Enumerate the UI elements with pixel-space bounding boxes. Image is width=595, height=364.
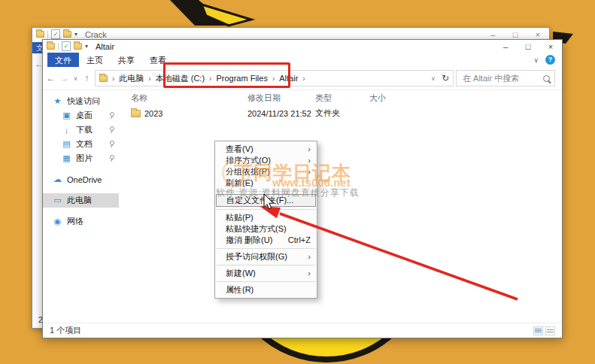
sidebar-label: 图片: [76, 153, 93, 164]
folder-icon: [47, 43, 55, 50]
sidebar-label: 此电脑: [67, 195, 92, 206]
window-title: Altair: [96, 42, 114, 51]
menu-item-group-by[interactable]: 分组依据(P) ›: [215, 166, 317, 177]
details-view-icon[interactable]: [533, 326, 543, 335]
menu-label: 撤消 删除(U): [226, 235, 272, 246]
quick-access-check-icon[interactable]: ✓: [51, 29, 60, 39]
pin-icon: [108, 126, 115, 134]
menu-item-customize-folder[interactable]: 自定义文件夹(F)...: [216, 194, 316, 207]
menu-label: 粘贴(P): [226, 212, 253, 223]
menu-item-paste[interactable]: 粘贴(P): [215, 212, 317, 223]
submenu-arrow-icon: ›: [308, 155, 311, 166]
tab-share[interactable]: 共享: [111, 53, 142, 67]
submenu-arrow-icon: ›: [308, 144, 311, 155]
file-modified: 2024/11/23 21:52: [247, 109, 315, 118]
menu-item-view[interactable]: 查看(V) ›: [215, 144, 317, 155]
chevron-right-icon: ›: [112, 74, 114, 83]
tab-home[interactable]: 主页: [79, 53, 111, 67]
file-name: 2023: [144, 109, 162, 118]
folder-icon: [36, 31, 44, 38]
column-header-name[interactable]: 名称: [131, 93, 247, 104]
window-titlebar[interactable]: ✓ ▾ Altair – □ ×: [43, 40, 562, 53]
menu-label: 排序方式(O): [226, 155, 271, 166]
menu-item-undo-delete[interactable]: 撤消 删除(U) Ctrl+Z: [215, 235, 317, 246]
menu-label: 授予访问权限(G): [226, 251, 287, 262]
column-headers: 名称 修改日期 类型 大小: [119, 90, 562, 106]
column-header-size[interactable]: 大小: [369, 93, 414, 104]
table-row[interactable]: 2023 2024/11/23 21:52 文件夹: [119, 106, 562, 120]
close-button[interactable]: ×: [539, 41, 562, 53]
minimize-button[interactable]: –: [494, 41, 517, 53]
menu-separator: [217, 281, 315, 282]
address-bar: ← → ∨ ↑ › 此电脑 › 本地磁盘 (C:) › Program File…: [43, 67, 562, 90]
status-bar: 1 个项目: [43, 323, 562, 338]
context-menu: 查看(V) › 排序方式(O) › 分组依据(P) › 刷新(E) 自定义文件夹…: [214, 141, 317, 299]
desktop-icon: ▣: [62, 111, 71, 120]
up-icon[interactable]: ↑: [81, 73, 93, 83]
menu-item-give-access[interactable]: 授予访问权限(G) ›: [215, 251, 317, 262]
menu-label: 自定义文件夹(F)...: [226, 195, 293, 206]
thumbnails-view-icon[interactable]: [545, 326, 555, 335]
sidebar-item-this-pc[interactable]: ▭ 此电脑: [43, 193, 119, 208]
file-list-pane[interactable]: 名称 修改日期 类型 大小 2023 2024/11/23 21:52 文件夹: [119, 90, 562, 323]
sidebar-item-onedrive[interactable]: ☁ OneDrive: [43, 172, 119, 187]
forward-icon[interactable]: →: [59, 73, 70, 83]
menu-label: 刷新(E): [226, 177, 253, 189]
search-icon: [543, 75, 550, 82]
chevron-right-icon: ›: [302, 74, 305, 83]
menu-item-refresh[interactable]: 刷新(E): [215, 177, 317, 189]
maximize-button[interactable]: □: [517, 41, 539, 53]
folder-icon: [131, 110, 141, 117]
folder-icon: [74, 43, 82, 50]
pin-icon: [108, 140, 115, 148]
column-header-modified[interactable]: 修改日期: [247, 93, 315, 104]
pictures-icon: ▦: [62, 153, 71, 163]
sidebar-item-pictures[interactable]: ▦ 图片: [43, 151, 119, 165]
recent-locations-icon[interactable]: ∨: [72, 75, 79, 82]
menu-separator: [217, 265, 315, 265]
computer-icon: ▭: [53, 196, 62, 205]
sidebar-label: 桌面: [76, 110, 93, 121]
column-header-type[interactable]: 类型: [315, 93, 369, 104]
back-icon[interactable]: ←: [45, 73, 56, 83]
sidebar-label: OneDrive: [67, 175, 102, 184]
ribbon-tabs: 文件 主页 共享 查看 ∨ ?: [43, 53, 562, 67]
file-type: 文件夹: [315, 108, 369, 119]
submenu-arrow-icon: ›: [308, 251, 311, 262]
qat-dropdown-icon[interactable]: ▾: [85, 43, 88, 50]
qat-dropdown-icon[interactable]: ▾: [74, 31, 77, 38]
menu-item-new[interactable]: 新建(W) ›: [215, 268, 317, 279]
menu-label: 新建(W): [226, 268, 256, 279]
pin-icon: [108, 154, 115, 162]
tab-file[interactable]: 文件: [47, 53, 79, 67]
help-icon[interactable]: ?: [545, 55, 555, 65]
sidebar-item-network[interactable]: ◉ 网络: [43, 214, 119, 229]
menu-label: 分组依据(P): [226, 166, 270, 177]
ribbon-collapse-icon[interactable]: ∨: [533, 56, 539, 64]
address-dropdown-icon[interactable]: ∨: [431, 75, 436, 82]
search-input[interactable]: [461, 73, 543, 83]
menu-item-properties[interactable]: 属性(R): [215, 284, 317, 296]
folder-icon: [99, 75, 108, 82]
sidebar-item-quick-access[interactable]: ★ 快速访问: [43, 94, 119, 108]
sidebar-label: 网络: [67, 216, 83, 227]
breadcrumb-this-pc[interactable]: 此电脑: [119, 73, 144, 84]
divider: [58, 43, 59, 50]
menu-separator: [217, 191, 315, 192]
sidebar-item-desktop[interactable]: ▣ 桌面: [43, 108, 119, 123]
quick-access-check-icon[interactable]: ✓: [62, 41, 71, 51]
menu-separator: [217, 248, 315, 249]
folder-icon: [63, 31, 71, 38]
menu-shortcut: Ctrl+Z: [288, 235, 311, 246]
search-box[interactable]: [456, 70, 555, 86]
menu-item-paste-shortcut[interactable]: 粘贴快捷方式(S): [215, 223, 317, 235]
refresh-icon[interactable]: ↻: [442, 73, 449, 83]
menu-item-sort-by[interactable]: 排序方式(O) ›: [215, 155, 317, 166]
navigation-pane: ★ 快速访问 ▣ 桌面 ↓ 下载 ▤ 文档 ▦ 图片: [43, 90, 119, 323]
sidebar-item-downloads[interactable]: ↓ 下载: [43, 123, 119, 137]
menu-separator: [217, 209, 315, 210]
pin-icon: [108, 111, 115, 120]
sidebar-item-documents[interactable]: ▤ 文档: [43, 137, 119, 151]
item-count: 1 个项目: [50, 325, 81, 336]
download-icon: ↓: [62, 126, 71, 135]
